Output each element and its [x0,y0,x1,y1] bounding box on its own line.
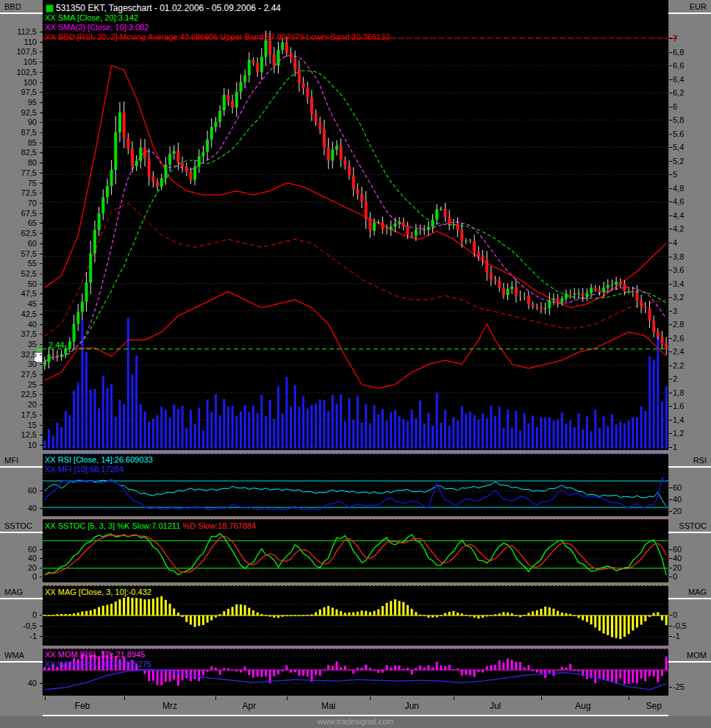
axis-tick-label: 40 [673,554,682,563]
month-tick [124,696,125,700]
time-axis[interactable]: FebMrzAprMaiJunJulAugSep [0,696,711,715]
axis-tick [40,32,43,32]
axis-tick [669,433,672,434]
axis-tick-label: 95 [0,98,37,107]
axis-tick-label: 112,5 [0,27,37,36]
axis-tick-label: 92,5 [0,108,37,117]
axis-tick-label: 45 [0,299,37,308]
axis-tick-label: 0 [0,610,37,619]
axis-tick-label: -1 [673,632,680,640]
axis-tick-label: 40 [0,504,37,513]
axis-tick [669,257,672,257]
axis-tick [669,379,672,379]
month-tick [215,696,216,700]
axis-tick-label: -0,5 [673,621,687,630]
axis-tick [40,92,43,93]
panel-label-mag-left[interactable]: MAG [0,585,43,599]
axis-tick-label: 42,5 [0,310,37,318]
axis-tick-label: 40 [0,554,37,563]
panel-label-mfi[interactable]: MFI [0,454,43,468]
axis-tick-label: 110 [0,38,37,46]
axis-tick [669,447,672,448]
axis-tick [40,364,43,365]
axis-tick-label: 7 [673,34,677,43]
axis-tick [669,174,672,175]
axis-tick [40,508,43,509]
axis-tick-label: 25 [0,380,37,389]
axis-tick-label: 6,8 [673,48,684,57]
axis-tick [669,324,672,325]
panel-label-sstoc-right[interactable]: SSTOC [668,519,711,533]
axis-tick [669,311,672,312]
axis-tick [669,351,672,352]
price-alert-label: 2.44 [49,340,64,349]
axis-tick-label: 27,5 [0,370,37,379]
panel-label-sstoc-left[interactable]: SSTOC [0,519,43,533]
month-label: Mrz [162,701,177,711]
axis-tick [40,62,43,63]
axis-tick-label: 2,4 [673,347,684,356]
axis-tick-label: 67,5 [0,209,37,218]
axis-tick [40,425,43,426]
axis-tick-label: 107,5 [0,47,37,56]
axis-tick-label: 35 [0,340,37,349]
axis-tick-label: 12,5 [0,430,37,439]
panel-label-wma[interactable]: WMA [0,649,43,663]
axis-tick-label: 5,2 [673,157,684,165]
axis-tick [40,72,43,73]
axis-tick [669,147,672,148]
axis-tick-label: 40 [0,679,37,688]
axis-tick [669,488,672,488]
legend-sma10: XX SMA(2) [Close, 10]:3.082 [45,23,149,32]
main-price-chart[interactable] [42,0,669,450]
axis-tick-label: 3,4 [673,279,684,288]
axis-tick-label: 100 [0,78,37,87]
axis-tick-label: 60 [673,483,682,492]
month-label: Jun [404,701,418,711]
axis-tick [40,152,43,153]
axis-tick [40,113,43,113]
axis-tick [669,393,672,393]
panel-label-bbd[interactable]: BBD [0,0,43,14]
axis-tick-label: 5 [673,170,677,179]
axis-tick [40,223,43,224]
axis-tick [40,183,43,184]
month-tick [541,696,542,700]
axis-tick [40,445,43,446]
panel-label-rsi[interactable]: RSI [668,454,711,468]
axis-tick-label: 50 [0,279,37,288]
axis-tick [669,215,672,216]
axis-tick-label: 32,5 [0,350,37,359]
panel-label-mag-right[interactable]: MAG [668,585,711,599]
axis-tick-label: 60 [0,486,37,495]
axis-tick [669,297,672,298]
axis-tick [40,173,43,174]
panel-label-eur[interactable]: EUR [668,0,711,14]
month-label: Feb [75,701,90,711]
axis-tick [40,82,43,83]
axis-tick-label: 20 [673,507,682,515]
axis-tick [669,284,672,285]
axis-tick-label: 85 [0,138,37,147]
axis-tick-label: 4,4 [673,211,684,220]
axis-tick [40,385,43,385]
axis-tick [40,42,43,43]
legend-bbd: XX BBD [RSI, 20, 2] Moving Average:43.68… [45,32,390,41]
axis-tick-label: 4 [673,238,677,247]
axis-tick [40,132,43,133]
watermark: www.tradesignal.com [0,716,711,728]
axis-tick [40,233,43,234]
axis-tick [669,229,672,229]
axis-tick-label: 82,5 [0,148,37,157]
panel-label-mom[interactable]: MOM [668,649,711,663]
tradesignal-chart-window: BBD EUR MFI RSI SSTOC SSTOC MAG MAG WMA … [0,0,711,728]
axis-tick [669,626,672,627]
axis-tick-label: -0,5 [0,621,37,630]
axis-tick-label: 2 [673,374,677,383]
axis-tick [40,435,43,435]
legend-mag: XX MAG [Close, 3, 10]:-0.432 [45,588,151,596]
axis-tick-label: 1,8 [673,388,684,397]
axis-tick [40,213,43,214]
axis-tick-label: 10 [0,440,37,449]
legend-sma20: XX SMA [Close, 20]:3.142 [45,13,138,22]
